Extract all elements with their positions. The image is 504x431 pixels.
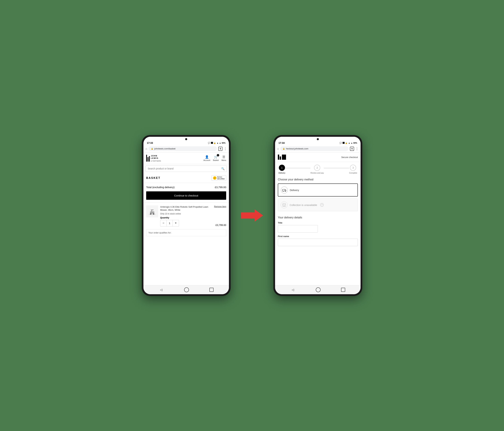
product-row: Ambrogio 4.36 Elite Robotic Self-Propell… [144,203,229,229]
menu-label: Menu [221,159,226,161]
product-price: £3,799.00 [216,224,226,226]
back-button-2[interactable]: ◁ [290,287,295,292]
step-1-label: Delivery [279,172,285,174]
address-input-2[interactable]: 🔒 heckout.johnlewis.com [280,146,349,151]
signal-icon-2: ▲ [348,142,350,144]
scene: 17:33 💬 🅿 🔒 ▲ ▲ 84% ⌂ 🔒 johnlewis.com/ba… [142,135,362,296]
qty-row: − 1 + £3,799.00 [160,220,226,226]
menu-action[interactable]: ☰ Menu [221,155,226,161]
phone2-bottom-nav: ◁ [275,285,360,294]
menu-dots-1[interactable]: ⋮ [224,147,227,151]
store-svg [282,203,286,207]
recents-button-1[interactable] [209,288,214,292]
home-icon[interactable]: ⌂ [145,147,147,150]
basket-title-row: BASKET ✓ NortonSECURED [144,173,229,183]
delivery-truck-icon [281,187,288,193]
svg-rect-6 [282,189,285,191]
account-icon: 👤 [205,155,209,159]
qty-value: 1 [167,220,173,226]
arrow-shaft [241,212,255,219]
search-icon[interactable]: 🔍 [221,167,225,170]
home-icon-2[interactable]: ⌂ [277,147,279,150]
firstname-field: First name [278,235,358,246]
total-row: Total (excluding delivery): £3,799.00 [144,183,229,191]
product-top-row: Ambrogio 4.36 Elite Robotic Self-Propell… [160,206,226,213]
address-input-1[interactable]: 🔒 johnlewis.com/basket [149,146,217,151]
svg-point-0 [149,214,156,215]
checkout-button[interactable]: Continue to checkout [146,191,226,200]
step-line-2 [324,168,349,168]
remove-item-link[interactable]: Remove item [214,206,226,208]
jl-small-bar-3 [282,155,286,160]
qualifies-banner: Your order qualifies for: [146,229,226,236]
step-1-circle: 1 [279,165,285,171]
account-action[interactable]: 👤 Account [203,155,210,161]
recents-button-2[interactable] [341,288,345,292]
title-input[interactable] [278,225,318,233]
svg-rect-1 [150,211,154,214]
step-1: 1 Delivery [279,165,285,174]
jl-header-actions: 👤 Account 🛒 1 Basket ☰ Menu [203,155,226,161]
lock-icon-1: 🔒 [151,148,153,150]
back-button-1[interactable]: ◁ [159,287,164,292]
jl-bar-1 [146,155,147,162]
collection-label: Collection is unavailable [290,204,317,206]
product-details: Ambrogio 4.36 Elite Robotic Self-Propell… [160,206,226,226]
tab-count-1[interactable]: 5 [218,147,222,151]
step-3-label: Complete [349,172,357,174]
svg-rect-5 [151,209,154,210]
account-label: Account [203,159,210,161]
firstname-label: First name [278,235,358,238]
truck-svg [282,188,286,192]
phone-2-checkout: 17:34 💬 🅿 🔒 ▲ ▲ 84% ⌂ 🔒 heckout.johnlewi… [273,135,362,296]
delivery-option[interactable]: Delivery [278,184,358,197]
camera [185,138,187,140]
qty-decrease-button[interactable]: − [160,220,167,226]
svg-point-2 [150,213,152,215]
tab-count-2[interactable]: 5 [350,147,354,151]
phone1-bottom-nav: ◁ [144,285,229,294]
total-price: £3,799.00 [215,186,226,189]
unavailable-info-icon: ? [320,203,324,206]
signal-icon: ▲ [217,142,218,144]
status-time-1: 17:33 [147,141,153,144]
vpn-icon-2: 🔒 [345,142,348,144]
battery-icon-2: 84% [353,142,357,144]
phone-1-basket: 17:33 💬 🅿 🔒 ▲ ▲ 84% ⌂ 🔒 johnlewis.com/ba… [142,135,231,296]
checkout-header: Secure checkout [275,152,360,162]
svg-point-8 [285,191,286,192]
menu-dots-2[interactable]: ⋮ [355,147,359,151]
status-icons-2: 💬 🅿 🔒 ▲ ▲ 84% [340,142,357,144]
basket-icon: 🛒 1 [214,155,218,159]
status-bar-2: 17:34 💬 🅿 🔒 ▲ ▲ 84% [275,141,360,145]
address-bar-2: ⌂ 🔒 heckout.johnlewis.com 5 ⋮ [275,145,360,152]
qty-control[interactable]: − 1 + [160,220,179,226]
product-name: Ambrogio 4.36 Elite Robotic Self-Propell… [160,206,213,212]
basket-action[interactable]: 🛒 1 Basket [213,155,219,161]
norton-badge: ✓ NortonSECURED [211,175,226,181]
basket-title: BASKET [146,177,161,179]
delivery-method-section: Choose your delivery method Delivery [275,175,360,216]
search-bar[interactable]: 🔍 [145,166,227,172]
product-stock: Only 10 in stock online [160,213,226,215]
home-button-1[interactable] [184,287,189,292]
step-2: 2 Review and pay [310,165,324,174]
firstname-input[interactable] [278,239,358,246]
home-button-2[interactable] [316,287,321,292]
delivery-method-title: Choose your delivery method [278,178,358,181]
step-3-circle: 3 [350,165,356,171]
lock-icon-2: 🔒 [283,148,285,150]
jl-logo-bars [146,155,150,162]
step-line-1 [285,168,310,168]
phone-notch-1 [144,137,229,141]
search-input[interactable] [148,167,220,170]
wifi-icon-2: ▲ [351,142,353,144]
basket-badge: 1 [217,154,219,156]
paypal-icon-2: 🅿 [343,142,344,144]
phone-notch-2 [275,137,360,141]
qty-increase-button[interactable]: + [173,220,179,226]
hamburger-icon: ☰ [222,155,225,159]
url-text-2: heckout.johnlewis.com [286,147,308,150]
checkout-secure-label: Secure checkout [341,156,358,159]
norton-check-icon: ✓ [213,176,216,180]
